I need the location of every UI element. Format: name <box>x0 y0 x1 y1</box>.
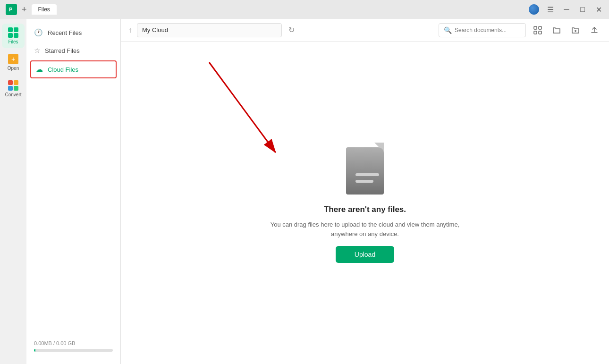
grid-view-button[interactable] <box>531 23 545 37</box>
maximize-button[interactable]: □ <box>578 5 587 14</box>
empty-state: There aren't any files. You can drag fil… <box>266 143 464 263</box>
nav-item-recent[interactable]: 🕐 Recent Files <box>26 24 120 42</box>
main-content: ↑ ↻ 🔍 <box>121 19 609 364</box>
sidebar-item-convert[interactable]: Convert <box>2 76 25 101</box>
upload-button[interactable]: Upload <box>336 246 394 263</box>
sidebar-item-open[interactable]: + Open <box>2 50 25 75</box>
convert-icon-label: Convert <box>5 92 21 97</box>
add-tab-button[interactable]: + <box>22 5 27 15</box>
new-folder-button[interactable] <box>568 23 583 37</box>
app-logo: P <box>6 4 17 15</box>
doc-lines <box>355 173 379 183</box>
starred-files-label: Starred Files <box>45 47 80 54</box>
close-button[interactable]: ✕ <box>594 5 603 14</box>
convert-icon <box>8 80 18 91</box>
storage-bar-fill <box>34 349 35 352</box>
empty-state-description: You can drag files here to upload to the… <box>266 220 464 238</box>
starred-files-icon: ☆ <box>34 46 40 55</box>
svg-line-9 <box>209 62 275 152</box>
svg-rect-3 <box>539 26 541 29</box>
recent-files-label: Recent Files <box>48 29 82 36</box>
hamburger-menu-icon[interactable]: ☰ <box>546 5 555 14</box>
nav-item-starred[interactable]: ☆ Starred Files <box>26 42 120 59</box>
nav-sidebar: 🕐 Recent Files ☆ Starred Files ☁ Cloud F… <box>26 19 121 364</box>
search-input[interactable] <box>455 27 521 34</box>
doc-line-1 <box>355 173 379 176</box>
files-icon <box>8 27 18 38</box>
files-icon-label: Files <box>8 39 18 44</box>
content-area: There aren't any files. You can drag fil… <box>121 42 609 364</box>
storage-bar <box>34 349 113 352</box>
files-tab[interactable]: Files <box>32 4 57 15</box>
doc-body <box>346 147 384 195</box>
svg-rect-5 <box>539 31 541 34</box>
svg-text:P: P <box>9 7 12 12</box>
cloud-files-label: Cloud Files <box>48 66 78 73</box>
tab-label: Files <box>38 6 50 13</box>
sidebar-item-files[interactable]: Files <box>2 24 25 48</box>
search-icon: 🔍 <box>444 26 452 34</box>
nav-item-cloud[interactable]: ☁ Cloud Files <box>30 60 117 78</box>
empty-state-document-icon <box>344 143 386 195</box>
storage-info: 0.00MB / 0.00 GB <box>26 333 120 359</box>
svg-rect-2 <box>534 26 537 29</box>
breadcrumb-input[interactable] <box>137 23 282 37</box>
storage-label: 0.00MB / 0.00 GB <box>34 340 75 346</box>
annotation-arrow <box>171 48 313 180</box>
titlebar-right: ☰ ─ □ ✕ <box>529 4 603 15</box>
recent-files-icon: 🕐 <box>34 28 43 37</box>
folder-button[interactable] <box>550 23 564 37</box>
titlebar-left: P + Files <box>6 4 57 15</box>
minimize-button[interactable]: ─ <box>562 5 571 14</box>
open-icon-label: Open <box>8 66 19 71</box>
globe-icon <box>529 4 539 15</box>
doc-line-2 <box>355 180 373 183</box>
upload-toolbar-button[interactable] <box>587 23 601 37</box>
back-button[interactable]: ↑ <box>128 26 132 34</box>
svg-rect-4 <box>534 31 537 34</box>
titlebar: P + Files ☰ ─ □ ✕ <box>0 0 609 19</box>
refresh-button[interactable]: ↻ <box>288 25 295 34</box>
nav-items: 🕐 Recent Files ☆ Starred Files ☁ Cloud F… <box>26 24 120 79</box>
toolbar: ↑ ↻ 🔍 <box>121 19 609 42</box>
cloud-files-icon: ☁ <box>36 65 43 74</box>
open-icon: + <box>8 54 18 64</box>
empty-state-title: There aren't any files. <box>324 205 406 214</box>
app-body: Files + Open Convert 🕐 Recent Files ☆ St… <box>0 19 609 364</box>
search-box: 🔍 <box>439 23 526 37</box>
sidebar-icons: Files + Open Convert <box>0 19 26 364</box>
